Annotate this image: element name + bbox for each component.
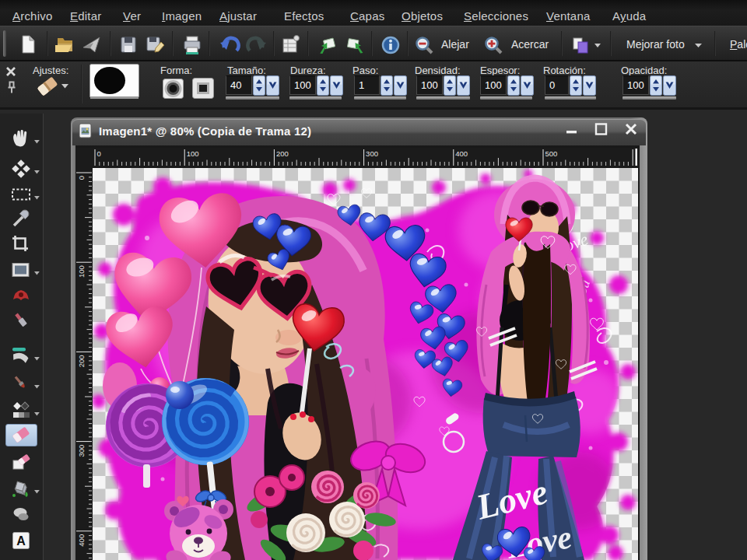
svg-text:400: 400 (455, 149, 468, 158)
svg-text:300: 300 (77, 445, 86, 457)
svg-text:100: 100 (77, 265, 86, 278)
svg-text:400: 400 (77, 534, 86, 547)
svg-text:0: 0 (77, 176, 86, 180)
svg-text:500: 500 (545, 149, 558, 158)
svg-text:200: 200 (77, 355, 86, 367)
svg-text:100: 100 (187, 149, 199, 158)
svg-text:A: A (16, 534, 26, 548)
svg-text:0: 0 (97, 149, 101, 158)
svg-text:200: 200 (276, 149, 289, 158)
svg-text:300: 300 (366, 149, 378, 158)
